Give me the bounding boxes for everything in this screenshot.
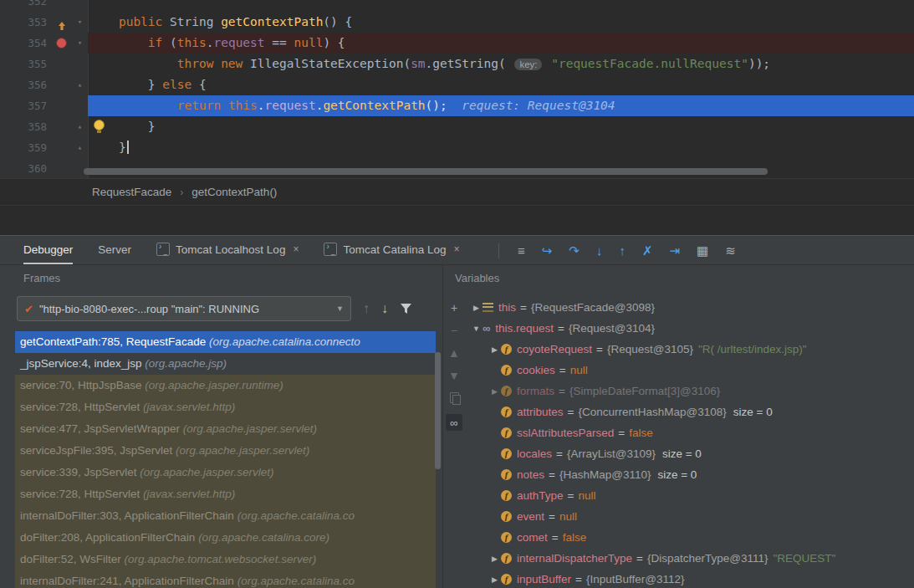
code-token: ) {	[323, 36, 345, 49]
gutter-line-number[interactable]: 358	[0, 116, 52, 137]
expand-arrow-icon[interactable]: ▼	[470, 325, 483, 333]
frame-package: (org.apache.catalina.co	[237, 575, 355, 587]
variable-row[interactable]: fsslAttributesParsed=false	[465, 422, 914, 443]
step-over-icon[interactable]: ↷	[569, 244, 580, 257]
gutter-line-number[interactable]: 360	[0, 158, 52, 178]
close-tab-icon[interactable]: ×	[293, 243, 299, 255]
frame-row[interactable]: service:339, JspServlet (org.apache.jasp…	[15, 462, 436, 483]
run-to-cursor-icon[interactable]: ⇥	[670, 244, 681, 257]
frame-package: (org.apache.jsp)	[145, 357, 227, 370]
fold-marker[interactable]: ▴	[72, 137, 88, 158]
thread-selector[interactable]: ✔ "http-bio-8080-exec-...roup "main": RU…	[17, 296, 351, 321]
variable-row[interactable]: flocales={ArrayList@3109}size = 0	[465, 443, 914, 464]
frame-row[interactable]: getContextPath:785, RequestFacade (org.a…	[15, 331, 436, 353]
variable-row[interactable]: ▶finternalDispatcherType={DispatcherType…	[465, 548, 914, 569]
code-token: (	[170, 36, 177, 49]
variable-row[interactable]: ▶this={RequestFacade@3098}	[465, 297, 914, 318]
add-watch-icon[interactable]: +	[451, 302, 457, 314]
breadcrumb-item[interactable]: RequestFacade	[92, 186, 171, 198]
tab-server[interactable]: Server	[98, 236, 131, 264]
step-into-icon[interactable]: ↓	[596, 244, 603, 257]
step-out-icon[interactable]: ↑	[619, 244, 626, 257]
frame-row[interactable]: serviceJspFile:395, JspServlet (org.apac…	[15, 440, 436, 462]
gutter-line-number[interactable]: 352	[0, 0, 52, 12]
view-breakpoints-icon[interactable]: ▦	[697, 244, 708, 257]
duplicate-watch-icon[interactable]	[450, 392, 459, 403]
variable-row[interactable]: fcookies=null	[465, 360, 914, 381]
move-up-icon[interactable]: ▲	[448, 347, 460, 359]
filter-frames-icon[interactable]	[400, 303, 412, 314]
code-token: }	[89, 78, 162, 91]
variable-row[interactable]: fevent=null	[465, 506, 914, 527]
variable-name: internalDispatcherType	[517, 552, 632, 565]
frame-row[interactable]: doFilter:208, ApplicationFilterChain (or…	[15, 527, 436, 549]
gutter-line-number[interactable]: 357	[0, 95, 52, 116]
frame-row[interactable]: service:728, HttpServlet (javax.servlet.…	[15, 483, 436, 505]
next-frame-icon[interactable]: ↓	[381, 301, 388, 316]
editor-line: 354▾ if (this.request == null) {	[0, 33, 914, 54]
settings-icon[interactable]: ≋	[725, 244, 736, 257]
code-line[interactable]: throw new IllegalStateException(sm.getSt…	[88, 54, 914, 74]
variable-row[interactable]: ▶finputBuffer={InputBuffer@3112}	[465, 569, 914, 588]
breadcrumb-item[interactable]: getContextPath()	[191, 186, 277, 198]
frame-row[interactable]: service:477, JspServletWrapper (org.apac…	[15, 418, 436, 440]
frame-row[interactable]: service:728, HttpServlet (javax.servlet.…	[15, 396, 436, 418]
previous-frame-icon[interactable]: ↑	[363, 301, 370, 316]
code-line[interactable]: if (this.request == null) {	[88, 33, 914, 54]
gutter-line-number[interactable]: 353	[0, 12, 52, 33]
parameter-hint: key:	[514, 59, 542, 70]
fold-marker[interactable]: ▴	[72, 116, 88, 137]
horizontal-scrollbar[interactable]	[84, 168, 768, 175]
variable-row[interactable]: fauthType=null	[465, 485, 914, 506]
variable-name: coyoteRequest	[517, 343, 592, 355]
remove-watch-icon[interactable]: −	[451, 325, 457, 336]
frame-row[interactable]: doFilter:52, WsFilter (org.apache.tomcat…	[15, 549, 436, 570]
code-line[interactable]: }	[88, 137, 914, 158]
gutter-line-number[interactable]: 356	[0, 74, 52, 95]
expand-arrow-icon[interactable]: ▶	[488, 387, 501, 396]
drop-frame-icon[interactable]: ✗	[642, 244, 653, 257]
field-icon: f	[501, 448, 512, 459]
panel-divider	[0, 205, 914, 236]
move-down-icon[interactable]: ▼	[448, 370, 460, 381]
code-line[interactable]: } else {	[88, 74, 914, 95]
close-tab-icon[interactable]: ×	[454, 243, 460, 255]
frames-scrollbar[interactable]	[435, 352, 441, 469]
tab-tomcat-localhost-log[interactable]: Tomcat Localhost Log×	[156, 236, 299, 264]
variable-row[interactable]: fcomet=false	[465, 527, 914, 548]
restore-layout-icon[interactable]: ≡	[518, 244, 525, 257]
variable-row[interactable]: ▼∞this.request={Request@3104}	[465, 318, 914, 339]
code-line[interactable]: return this.request.getContextPath(); re…	[88, 95, 914, 116]
code-line[interactable]	[88, 0, 914, 12]
tab-debugger[interactable]: Debugger	[23, 236, 73, 264]
breakpoint-icon[interactable]	[56, 38, 67, 49]
fold-marker[interactable]: ▴	[72, 74, 88, 95]
frame-row[interactable]: internalDoFilter:303, ApplicationFilterC…	[15, 505, 436, 527]
expand-arrow-icon[interactable]: ▶	[488, 575, 501, 584]
expand-arrow-icon[interactable]: ▶	[470, 304, 483, 312]
editor-line: 359▴ }	[0, 137, 914, 158]
intention-bulb-icon[interactable]	[94, 120, 105, 130]
fold-marker[interactable]: ▾	[72, 12, 88, 33]
frame-row[interactable]: internalDoFilter:241, ApplicationFilterC…	[15, 570, 436, 588]
variables-tree: ▶this={RequestFacade@3098}▼∞this.request…	[465, 297, 914, 588]
show-execution-point-icon[interactable]: ↪	[542, 244, 553, 257]
gutter-line-number[interactable]: 355	[0, 54, 52, 74]
expand-arrow-icon[interactable]: ▶	[488, 555, 501, 563]
code-editor[interactable]: 352353▾ public String getContextPath() {…	[0, 0, 914, 178]
frame-row[interactable]: service:70, HttpJspBase (org.apache.jasp…	[15, 375, 436, 396]
frame-package: (org.apache.catalina.core)	[198, 531, 329, 544]
code-line[interactable]: public String getContextPath() {	[88, 12, 914, 33]
code-line[interactable]: }	[88, 116, 914, 137]
gutter-line-number[interactable]: 354	[0, 33, 52, 54]
frame-row[interactable]: _jspService:4, index_jsp (org.apache.jsp…	[15, 353, 436, 375]
fold-marker[interactable]: ▾	[72, 33, 88, 54]
variable-row[interactable]: ▶fcoyoteRequest={Request@3105}"R( /urlte…	[465, 339, 914, 360]
variable-row[interactable]: fnotes={HashMap@3110}size = 0	[465, 464, 914, 485]
variable-row[interactable]: ▶fformats={SimpleDateFormat[3]@3106}	[465, 381, 914, 401]
tab-tomcat-catalina-log[interactable]: Tomcat Catalina Log×	[324, 236, 459, 264]
show-watches-icon[interactable]: ∞	[446, 414, 462, 431]
gutter-line-number[interactable]: 359	[0, 137, 52, 158]
expand-arrow-icon[interactable]: ▶	[488, 345, 501, 354]
variable-row[interactable]: fattributes={ConcurrentHashMap@3108}size…	[465, 401, 914, 422]
